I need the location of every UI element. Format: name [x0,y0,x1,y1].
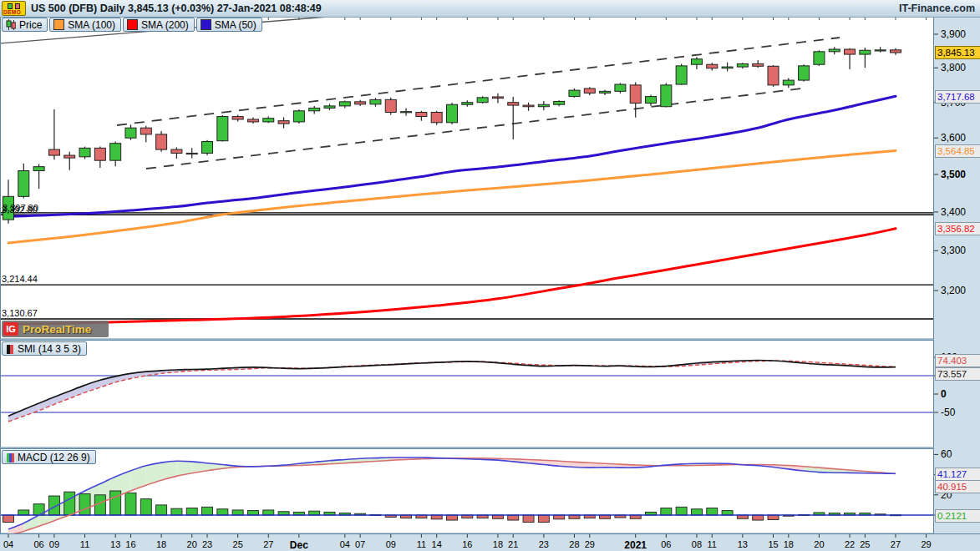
candle-down [584,88,595,93]
brand-label: IT-Finance.com [899,3,975,14]
candle-down [355,102,366,104]
candle-up [569,90,580,96]
macd-histogram-bar-up [676,507,687,515]
x-axis-date-label: 13 [738,539,748,549]
x-axis-date-label: 20 [187,539,197,549]
macd-histogram-bar-up [140,499,151,515]
candle-down [186,153,197,154]
level-label: 3,392.80 [2,205,38,215]
candle-down [171,149,182,153]
y-axis-label: 3,200 [941,285,966,296]
candle-up [18,171,29,197]
macd-histogram-bar-down [431,515,442,519]
macd-histogram-bar-down [768,515,779,519]
ig-logo-icon: IG [3,322,18,336]
candle-up [783,80,794,85]
candle-down [232,117,243,119]
candle-down [508,103,519,105]
y-axis-label: 3,400 [941,206,966,218]
candle-up [217,117,228,141]
candle-down [768,66,779,85]
macd-icon [6,452,14,463]
chart-canvas[interactable] [0,0,980,551]
macd-histogram-bar-up [707,508,718,515]
y-axis-label: 3,300 [941,245,966,256]
candle-down [247,119,258,122]
title-bar: DEMO US 500 (DFB) Daily 3,845.13 (+0.03%… [0,0,980,18]
x-axis-date-label: 27 [263,539,273,549]
smi-signal-value-box: 74.403 [935,354,980,367]
macd-histogram-bar-down [508,515,519,520]
candle-up [661,85,672,107]
prorealtime-logo-text: ProRealTime [23,323,91,336]
x-axis-date-label: 11 [708,539,717,549]
candle-up [477,98,488,103]
candle-up [615,84,626,91]
macd-axis-label: 60 [941,448,952,460]
macd-panel-header: MACD (12 26 9) [2,450,96,466]
x-axis-date-label: Dec [290,539,308,551]
macd-histogram-bar-up [171,508,182,515]
legend-chip-price[interactable]: Price [2,18,48,32]
candle-down [94,148,105,160]
macd-histogram-value-box: 0.2121 [935,509,980,523]
candle-up [125,128,136,138]
candle-up [737,63,748,67]
x-axis-date-label: 14 [432,539,442,549]
candle-up [860,50,871,54]
macd-label: MACD (12 26 9) [18,452,90,463]
sma-value-box: 3,564.85 [935,144,980,158]
sma100-color-icon [53,19,64,30]
macd-histogram-bar-up [202,507,213,515]
candle-down [890,50,901,53]
candle-down [431,112,442,122]
legend-price-label: Price [19,19,42,31]
candle-up [446,104,457,123]
x-axis-date-label: 16 [125,539,135,549]
x-axis-date-label: 29 [921,539,931,549]
demo-account-badge: DEMO [2,1,26,16]
macd-value-box: 41.127 [935,468,980,481]
smi-axis-label: 0 [941,388,947,400]
candle-up [79,148,90,156]
legend-chip-sma100[interactable]: SMA (100) [49,18,121,32]
candle-up [691,59,702,65]
candle-up [202,142,213,154]
macd-histogram-bar-down [554,515,565,519]
trading-platform-window: DEMO US 500 (DFB) Daily 3,845.13 (+0.03%… [0,0,980,551]
candle-up [676,66,687,84]
macd-histogram-bar-down [538,515,549,522]
x-axis-date-label: 04 [3,539,13,549]
candle-up [339,102,350,106]
macd-histogram-bar-down [753,515,764,520]
x-axis-date-label: 15 [768,539,778,549]
x-axis-date-label: 08 [692,539,702,549]
smi-axis-label: -50 [941,407,955,418]
smi-value-box: 73.557 [935,367,980,381]
x-axis-date-label: 29 [585,539,595,549]
legend-sma50-label: SMA (50) [215,19,256,31]
x-axis-date-label: 25 [860,539,870,549]
candle-up [462,103,473,105]
legend-chip-sma200[interactable]: SMA (200) [123,18,195,32]
x-axis-date-label: 18 [156,539,166,549]
x-axis-date-label: 27 [891,539,901,549]
macd-histogram-bar-up [18,510,29,515]
smi-indicator-chip[interactable]: SMI (14 3 5 3) [2,341,87,356]
macd-indicator-chip[interactable]: MACD (12 26 9) [2,450,96,464]
demo-label: DEMO [3,9,21,15]
macd-histogram-bar-up [79,494,90,515]
macd-histogram-bar-up [263,510,274,515]
candle-down [845,49,856,54]
candle-down [630,85,641,104]
candle-down [156,134,167,149]
smi-label: SMI (14 3 5 3) [18,343,81,355]
candle-down [48,149,59,155]
sma200-color-icon [127,19,138,30]
macd-histogram-bar-down [523,515,534,522]
legend-chip-sma50[interactable]: SMA (50) [196,18,262,32]
candle-down [64,155,75,158]
x-axis-date-label: 16 [462,539,472,549]
candle-up [401,112,412,113]
candle-up [799,66,810,80]
